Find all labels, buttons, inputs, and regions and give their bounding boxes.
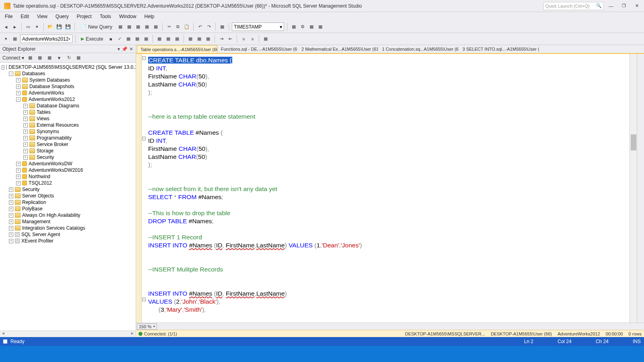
tree-tables[interactable]: Tables xyxy=(37,109,51,115)
expand-icon[interactable]: + xyxy=(23,149,28,153)
sql-ico-5[interactable]: ▦ xyxy=(156,35,163,43)
expand-icon[interactable]: + xyxy=(23,136,28,140)
tree-dbdiag[interactable]: Database Diagrams xyxy=(37,103,79,109)
execute-button[interactable]: ▶ Execute xyxy=(78,35,105,43)
tree-repl[interactable]: Replication xyxy=(22,200,46,205)
expand-icon[interactable]: + xyxy=(16,181,21,185)
sql-ico-12[interactable]: ⇤ xyxy=(227,35,234,43)
connect-button[interactable]: Connect ▾ xyxy=(2,55,24,61)
v-scrollbar[interactable] xyxy=(630,54,637,323)
stop-button[interactable]: ■ xyxy=(107,35,114,43)
expand-icon[interactable]: + xyxy=(23,123,28,128)
save-button[interactable]: 💾 xyxy=(56,23,63,31)
tree-sec[interactable]: Security xyxy=(37,154,54,160)
cut-button[interactable]: ✂ xyxy=(165,23,173,31)
sql-ico-11[interactable]: ⇥ xyxy=(218,35,225,43)
close-button[interactable]: ✕ xyxy=(631,2,642,10)
tree-sbrok[interactable]: Service Broker xyxy=(37,142,68,147)
tab-2[interactable]: 2 Mathematical Ex...A1M5655\User (61)) xyxy=(298,45,378,53)
sql-ico-10[interactable]: ▦ xyxy=(204,35,212,43)
tree-security[interactable]: Security xyxy=(22,187,39,192)
tab-3[interactable]: 1 Concatenation.sq...A1M5655\User (60)) xyxy=(378,45,459,53)
sql-ico-3[interactable]: ▦ xyxy=(134,35,141,43)
menu-file[interactable]: File xyxy=(2,13,16,20)
expand-icon[interactable]: + xyxy=(9,200,13,205)
type-dropdown[interactable]: TIMESTAMP ▾ xyxy=(232,23,284,31)
exp-ico-3[interactable]: ▦ xyxy=(46,54,53,62)
tree-xep[interactable]: XEvent Profiler xyxy=(21,238,54,244)
filter-icon[interactable]: ▼ xyxy=(56,54,63,62)
quick-launch-input[interactable]: Quick Launch (Ctrl+Q) 🔍 xyxy=(543,2,604,10)
expand-icon[interactable]: + xyxy=(9,226,13,230)
new-query-button[interactable]: 📄 New Query xyxy=(78,23,115,31)
tbico-2[interactable]: ▦ xyxy=(134,23,142,31)
expand-icon[interactable]: + xyxy=(23,142,28,147)
tree-awdw[interactable]: AdventureWorksDW xyxy=(29,161,72,167)
menu-window[interactable]: Window xyxy=(116,13,140,20)
fold-icon[interactable]: − xyxy=(142,137,146,140)
expand-icon[interactable]: + xyxy=(23,104,28,108)
tree-nw[interactable]: Northwind xyxy=(29,174,50,179)
sql-ico-9[interactable]: ▦ xyxy=(196,35,203,43)
sql-ico-4[interactable]: ▦ xyxy=(142,35,150,43)
tree-srvobj[interactable]: Server Objects xyxy=(22,193,54,199)
expand-icon[interactable]: + xyxy=(23,110,28,115)
expand-icon[interactable]: + xyxy=(9,220,13,224)
dropdown-icon[interactable]: ▾ xyxy=(118,46,120,52)
sql-ico-8[interactable]: ▦ xyxy=(187,35,194,43)
pin-icon[interactable]: 📌 xyxy=(122,46,128,52)
sql-ico-1[interactable]: ▾ xyxy=(2,35,10,43)
menu-tools[interactable]: Tools xyxy=(97,13,114,20)
fold-icon[interactable]: − xyxy=(142,56,146,60)
expand-icon[interactable]: + xyxy=(23,155,28,160)
expand-icon[interactable]: + xyxy=(16,78,21,82)
minimize-button[interactable]: — xyxy=(605,2,617,10)
sql-ico-7[interactable]: ▦ xyxy=(173,35,181,43)
exp-ico-1[interactable]: ▦ xyxy=(27,54,34,62)
tree-aw2012[interactable]: AdventureWorks2012 xyxy=(29,97,75,102)
object-tree[interactable]: −DESKTOP-A1M5655\MSSQLSERVER2 (SQL Serve… xyxy=(0,63,136,331)
expand-icon[interactable]: + xyxy=(16,162,21,166)
tree-sysdb[interactable]: System Databases xyxy=(29,77,70,83)
collapse-icon[interactable]: − xyxy=(2,65,4,70)
display-plan-button[interactable]: ▦ xyxy=(125,35,132,43)
tree-stor[interactable]: Storage xyxy=(37,148,54,154)
close-panel-icon[interactable]: ✕ xyxy=(129,46,133,52)
expand-icon[interactable]: + xyxy=(16,84,21,89)
menu-project[interactable]: Project xyxy=(74,13,95,20)
forward-button[interactable]: ► xyxy=(11,23,19,31)
tree-aoha[interactable]: Always On High Availability xyxy=(22,212,80,218)
fold-icon[interactable]: − xyxy=(142,298,146,301)
tree-snap[interactable]: Database Snapshots xyxy=(29,84,74,89)
menu-help[interactable]: Help xyxy=(141,13,158,20)
undo-button[interactable]: ↶ xyxy=(196,23,204,31)
tree-extres[interactable]: External Resources xyxy=(37,122,79,128)
tree-views[interactable]: Views xyxy=(37,116,50,121)
h-scrollbar[interactable]: ◄► xyxy=(0,331,136,337)
tree-prog[interactable]: Programmability xyxy=(37,135,72,141)
expand-icon[interactable]: + xyxy=(23,117,28,121)
sql-ico-6[interactable]: ▦ xyxy=(165,35,172,43)
redo-button[interactable]: ↷ xyxy=(205,23,213,31)
tree-isc[interactable]: Integration Services Catalogs xyxy=(22,225,85,231)
expand-icon[interactable]: + xyxy=(9,213,13,218)
tree-databases[interactable]: Databases xyxy=(22,71,45,76)
menu-edit[interactable]: Edit xyxy=(17,13,32,20)
tbico-1[interactable]: ▦ xyxy=(126,23,133,31)
tree-tsql[interactable]: TSQL2012 xyxy=(29,180,52,186)
open-button[interactable]: ▾ xyxy=(33,23,41,31)
tree-awdw2016[interactable]: AdventureWorksDW2016 xyxy=(29,167,83,173)
expand-icon[interactable]: + xyxy=(9,207,13,211)
zoom-selector[interactable]: 150 %▾ xyxy=(137,323,157,330)
tab-active[interactable]: Table operations.s...-A1M5655\User (66))… xyxy=(137,45,217,53)
back-button[interactable]: ◄ xyxy=(2,23,10,31)
parse-button[interactable]: ✓ xyxy=(116,35,123,43)
tab-1[interactable]: Functions.sql - DE...-A1M5655\User (65)) xyxy=(217,45,298,53)
tree-server[interactable]: DESKTOP-A1M5655\MSSQLSERVER2 (SQL Server… xyxy=(8,64,136,70)
expand-icon[interactable]: + xyxy=(9,239,13,243)
collapse-icon[interactable]: − xyxy=(9,72,13,76)
tree-agent[interactable]: SQL Server Agent xyxy=(21,232,60,237)
tbico-6[interactable]: ⚙ xyxy=(299,23,306,31)
tbico-5[interactable]: ▦ xyxy=(290,23,297,31)
properties-button[interactable]: ▦ xyxy=(219,23,226,31)
